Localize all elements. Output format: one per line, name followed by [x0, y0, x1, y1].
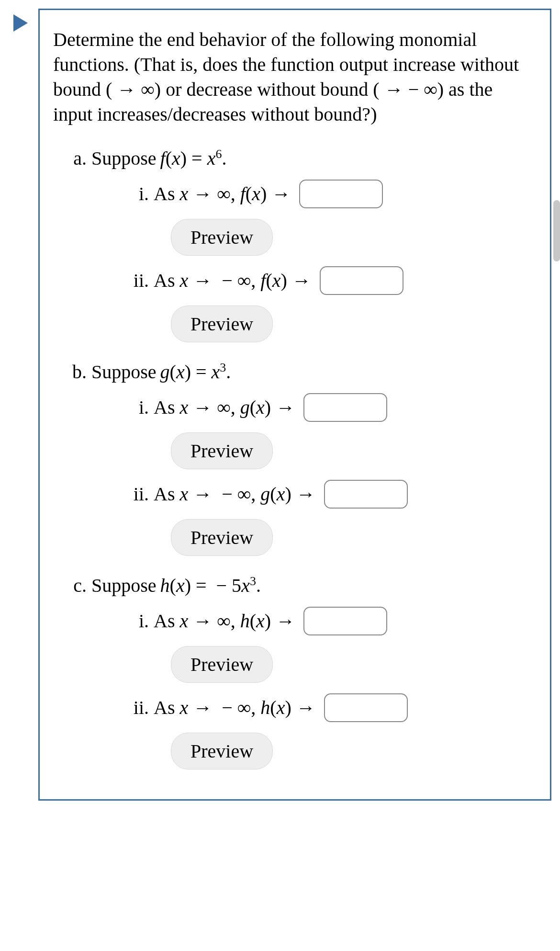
part-a-equation: f(x) = x6.	[160, 146, 227, 171]
part-c-ii-line: As x → − ∞, h(x) →	[154, 693, 537, 722]
coef: − 5	[216, 575, 242, 596]
part-c-ii-text: As x → − ∞, h(x) →	[154, 695, 315, 720]
part-a-ii-input[interactable]	[320, 266, 403, 295]
part-b-equation: g(x) = x3.	[160, 360, 231, 385]
preview-row: Preview	[171, 646, 537, 683]
var-x: x	[176, 361, 185, 383]
preview-button[interactable]: Preview	[171, 306, 273, 342]
var-x: x	[172, 147, 180, 169]
part-a-subparts: As x → ∞, f(x) → Preview As x → − ∞, f(x…	[91, 180, 537, 342]
preview-row: Preview	[171, 432, 537, 469]
part-a-i-input[interactable]	[299, 180, 383, 208]
preview-row: Preview	[171, 733, 537, 770]
part-b-ii-text: As x → − ∞, g(x) →	[154, 482, 315, 507]
part-a-i: As x → ∞, f(x) → Preview	[154, 180, 537, 256]
part-c-equation: h(x) = − 5x3.	[160, 573, 261, 598]
part-c-prompt: Suppose h(x) = − 5x3.	[91, 573, 537, 598]
part-b-i-text: As x → ∞, g(x) →	[154, 395, 295, 420]
question-container: Determine the end behavior of the follow…	[38, 9, 551, 801]
part-b-i-line: As x → ∞, g(x) →	[154, 393, 537, 422]
part-c-i-input[interactable]	[303, 607, 387, 635]
part-c-subparts: As x → ∞, h(x) → Preview As x → − ∞, h(x…	[91, 607, 537, 770]
power: 6	[215, 147, 222, 161]
part-c: Suppose h(x) = − 5x3. As x → ∞, h(x) → P…	[91, 573, 537, 770]
part-a-ii: As x → − ∞, f(x) → Preview	[154, 266, 537, 342]
fn-name: f	[160, 147, 166, 169]
preview-button[interactable]: Preview	[171, 432, 273, 469]
scrollbar-thumb[interactable]	[553, 200, 560, 261]
part-b-i: As x → ∞, g(x) → Preview	[154, 393, 537, 469]
part-a-ii-line: As x → − ∞, f(x) →	[154, 266, 537, 295]
part-b-prefix: Suppose	[91, 360, 157, 385]
preview-row: Preview	[171, 219, 537, 256]
part-c-prefix: Suppose	[91, 573, 157, 598]
part-c-ii: As x → − ∞, h(x) → Preview	[154, 693, 537, 770]
part-b-prompt: Suppose g(x) = x3.	[91, 360, 537, 385]
part-c-i-text: As x → ∞, h(x) →	[154, 609, 295, 634]
part-c-ii-input[interactable]	[324, 693, 408, 722]
part-b-i-input[interactable]	[303, 393, 387, 422]
part-c-i: As x → ∞, h(x) → Preview	[154, 607, 537, 683]
part-b-ii-input[interactable]	[324, 480, 408, 509]
var-x: x	[176, 575, 185, 596]
preview-row: Preview	[171, 306, 537, 342]
part-a-ii-text: As x → − ∞, f(x) →	[154, 268, 311, 293]
power: 3	[250, 574, 256, 588]
part-a-i-text: As x → ∞, f(x) →	[154, 181, 291, 206]
page: Determine the end behavior of the follow…	[0, 0, 560, 951]
var-x: x	[241, 575, 250, 596]
preview-row: Preview	[171, 519, 537, 556]
part-b: Suppose g(x) = x3. As x → ∞, g(x) → Prev…	[91, 360, 537, 556]
preview-button[interactable]: Preview	[171, 733, 273, 770]
var-x: x	[212, 361, 220, 383]
parts-list: Suppose f(x) = x6. As x → ∞, f(x) → Prev…	[53, 146, 537, 770]
var-x: x	[207, 147, 216, 169]
part-a-i-line: As x → ∞, f(x) →	[154, 180, 537, 208]
play-icon[interactable]	[13, 14, 28, 32]
fn-name: h	[160, 575, 170, 596]
preview-button[interactable]: Preview	[171, 219, 273, 256]
power: 3	[220, 361, 226, 374]
fn-name: g	[160, 361, 170, 383]
preview-button[interactable]: Preview	[171, 519, 273, 556]
part-a-prompt: Suppose f(x) = x6.	[91, 146, 537, 171]
question-intro: Determine the end behavior of the follow…	[53, 27, 537, 127]
preview-button[interactable]: Preview	[171, 646, 273, 683]
part-a: Suppose f(x) = x6. As x → ∞, f(x) → Prev…	[91, 146, 537, 342]
part-b-ii: As x → − ∞, g(x) → Preview	[154, 480, 537, 556]
part-b-subparts: As x → ∞, g(x) → Preview As x → − ∞, g(x…	[91, 393, 537, 556]
part-b-ii-line: As x → − ∞, g(x) →	[154, 480, 537, 509]
part-c-i-line: As x → ∞, h(x) →	[154, 607, 537, 635]
part-a-prefix: Suppose	[91, 146, 157, 171]
